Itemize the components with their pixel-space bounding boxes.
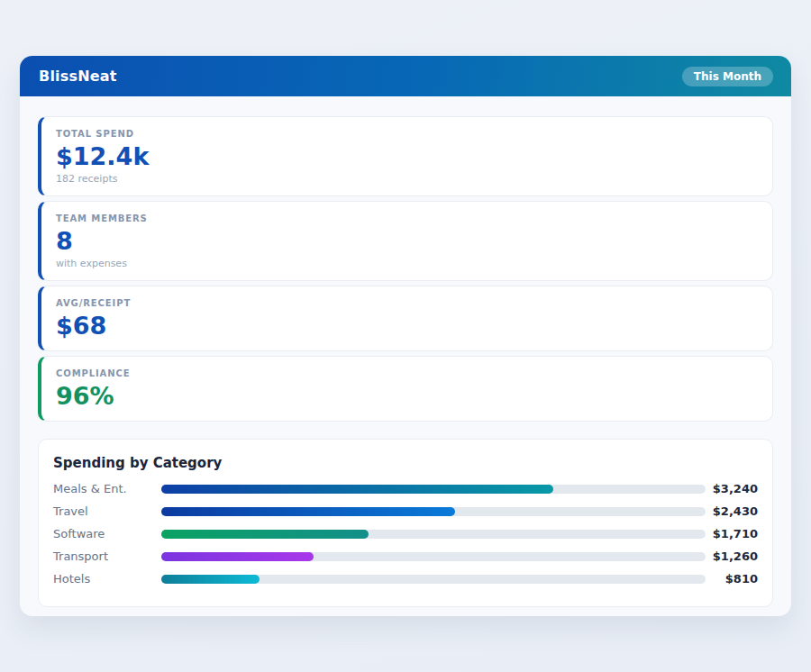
chart-row: Transport $1,260 [53,545,758,568]
stat-value: 8 [56,227,758,255]
dashboard-panel: BlissNeat This Month TOTAL SPEND $12.4k … [20,56,791,616]
stat-label: AVG/RECEIPT [56,298,758,308]
bar-track [161,507,706,516]
stat-value: $12.4k [56,142,758,170]
stat-card: TEAM MEMBERS 8 with expenses [38,201,773,281]
app-header: BlissNeat This Month [20,56,791,96]
category-value: $3,240 [706,482,758,495]
bar-fill [161,575,260,584]
bar-track [161,485,706,494]
bar-fill [161,552,314,561]
stat-card: AVG/RECEIPT $68 [38,286,773,351]
category-value: $2,430 [706,504,758,518]
bar-track [161,552,706,561]
app-title: BlissNeat [39,68,117,85]
bar-fill [161,485,553,494]
category-value: $810 [706,572,758,586]
stat-card: COMPLIANCE 96% [38,356,773,422]
bar-track [161,575,706,584]
chart-row: Meals & Ent. $3,240 [53,477,758,500]
period-badge[interactable]: This Month [682,67,773,86]
stat-label: COMPLIANCE [56,368,758,378]
chart-title: Spending by Category [53,455,758,471]
category-label: Hotels [53,572,161,586]
spending-chart-card: Spending by Category Meals & Ent. $3,240… [38,439,773,607]
bar-fill [161,507,455,516]
stat-card: TOTAL SPEND $12.4k 182 receipts [38,116,773,196]
category-label: Software [53,527,161,540]
chart-row: Hotels $810 [53,568,758,590]
category-label: Meals & Ent. [53,482,161,495]
stat-value: $68 [56,312,758,340]
category-label: Travel [53,504,161,518]
category-label: Transport [53,549,161,563]
chart-row: Travel $2,430 [53,500,758,522]
chart-row: Software $1,710 [53,522,758,545]
category-value: $1,260 [706,549,758,563]
stat-sub: 182 receipts [56,173,758,185]
stat-sub: with expenses [56,258,758,269]
category-value: $1,710 [706,527,758,540]
bar-track [161,530,706,539]
page-background: BlissNeat This Month TOTAL SPEND $12.4k … [0,0,811,672]
stat-label: TEAM MEMBERS [56,213,758,223]
stat-card-list: TOTAL SPEND $12.4k 182 receipts TEAM MEM… [38,116,773,422]
stat-label: TOTAL SPEND [56,129,758,139]
stat-value: 96% [56,382,758,410]
chart-rows: Meals & Ent. $3,240 Travel $2,430 Softwa… [53,477,758,590]
panel-body: TOTAL SPEND $12.4k 182 receipts TEAM MEM… [20,96,791,625]
bar-fill [161,530,369,539]
